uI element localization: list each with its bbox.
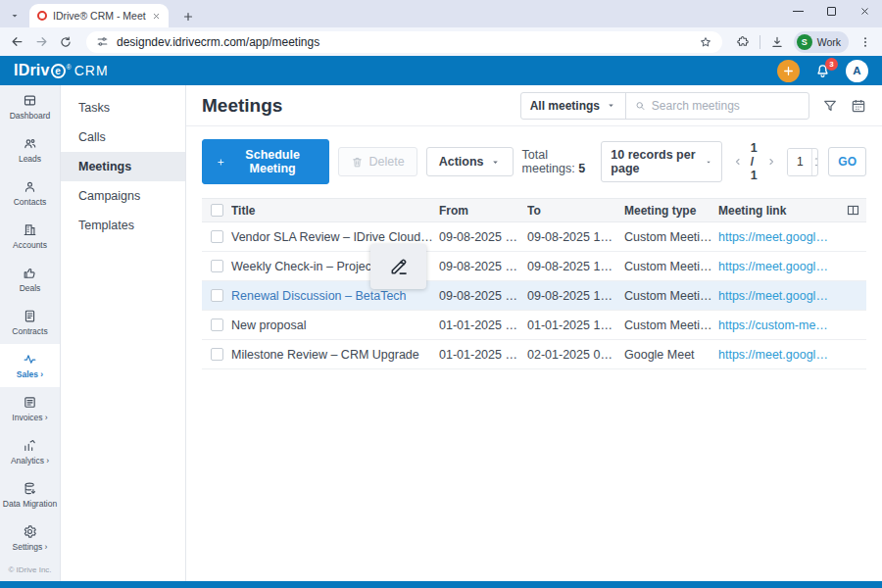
table-row[interactable]: Milestone Review – CRM Upgrade 01-01-202… (202, 340, 866, 369)
extensions-icon[interactable] (736, 35, 750, 49)
meeting-link[interactable]: https://meet.google.com/ikq-vfj... (718, 230, 839, 244)
plus-icon (217, 157, 225, 168)
column-header-to[interactable]: To (527, 204, 624, 218)
meeting-type: Custom Meeting (624, 230, 718, 244)
forward-button[interactable] (34, 34, 49, 49)
column-header-meeting-link[interactable]: Meeting link (718, 204, 839, 218)
profile-name: Work (817, 36, 841, 48)
downloads-icon[interactable] (770, 35, 784, 49)
scope-dropdown[interactable]: All meetings (521, 93, 626, 119)
sidebar-item-analytics[interactable]: Analytics › (0, 430, 60, 473)
delete-label: Delete (369, 155, 405, 169)
row-checkbox[interactable] (211, 230, 223, 243)
row-checkbox[interactable] (211, 348, 223, 361)
toolbar-divider (760, 35, 760, 49)
quick-create-button[interactable] (777, 60, 800, 82)
submenu-item-meetings[interactable]: Meetings (61, 152, 185, 181)
logo-product: CRM (74, 63, 109, 78)
search-input[interactable] (652, 99, 800, 113)
sidebar-item-deals[interactable]: Deals (0, 258, 60, 301)
back-button[interactable] (10, 34, 24, 49)
browser-profile-chip[interactable]: S Work (794, 31, 849, 53)
table-row[interactable]: Vendor SLA Review – IDrive Cloud Partner… (202, 222, 866, 252)
column-header-from[interactable]: From (439, 204, 527, 218)
sidebar-item-settings[interactable]: Settings › (0, 516, 60, 560)
dashboard-icon (23, 93, 37, 108)
window-maximize-button[interactable] (827, 7, 836, 16)
reload-button[interactable] (59, 35, 73, 49)
sidebar-item-data-migration[interactable]: Data Migration (0, 473, 60, 516)
meeting-to: 09-08-2025 17:32:00 (527, 230, 624, 244)
address-bar[interactable]: designdev.idrivecrm.com/app/meetings (86, 31, 722, 53)
profile-avatar: S (797, 34, 812, 50)
filter-icon[interactable] (822, 98, 838, 114)
row-checkbox[interactable] (211, 260, 223, 272)
sidebar-label: Dashboard (10, 111, 51, 121)
stepper-up-icon (812, 155, 818, 162)
edit-row-button[interactable] (370, 244, 426, 289)
sidebar-item-accounts[interactable]: Accounts (0, 215, 60, 258)
logo-registered-mark: ® (67, 64, 72, 71)
table-row[interactable]: Weekly Check-in – Project Atlas 09-08-20… (202, 252, 866, 281)
deals-icon (23, 266, 37, 280)
new-tab-button[interactable] (182, 11, 194, 23)
row-checkbox[interactable] (211, 318, 223, 331)
window-close-button[interactable] (859, 6, 870, 17)
app-logo[interactable]: IDriv e ® CRM (14, 62, 109, 79)
schedule-meeting-button[interactable]: Schedule Meeting (202, 139, 329, 184)
window-minimize-button[interactable] (793, 11, 804, 13)
page-number-input[interactable] (788, 149, 811, 175)
select-all-checkbox[interactable] (211, 204, 223, 217)
notifications-button[interactable]: 3 (814, 63, 831, 79)
sidebar-item-contracts[interactable]: Contracts (0, 301, 60, 344)
column-header-title[interactable]: Title (231, 204, 439, 218)
logo-text: IDriv (14, 62, 50, 79)
bookmark-star-icon[interactable] (699, 35, 712, 49)
sidebar-item-dashboard[interactable]: Dashboard (0, 85, 60, 128)
manage-columns-icon[interactable] (839, 203, 866, 218)
meeting-title[interactable]: Vendor SLA Review – IDrive Cloud Partner (231, 230, 439, 244)
submenu-item-campaigns[interactable]: Campaigns (61, 181, 185, 211)
submenu-item-tasks[interactable]: Tasks (61, 93, 185, 122)
sidebar-item-contacts[interactable]: Contacts (0, 172, 60, 215)
table-header-row: Title From To Meeting type Meeting link (202, 198, 866, 222)
next-page-button[interactable] (765, 156, 777, 168)
analytics-icon (23, 438, 37, 453)
invoices-icon (23, 395, 37, 410)
submenu-item-templates[interactable]: Templates (61, 211, 185, 240)
calendar-icon[interactable] (851, 98, 866, 114)
prev-page-button[interactable] (732, 156, 744, 168)
actions-dropdown-button[interactable]: Actions (426, 147, 514, 176)
sidebar-item-leads[interactable]: Leads (0, 128, 60, 172)
meeting-link[interactable]: https://meet.google.com/ikq-vfj... (718, 260, 839, 273)
site-favicon-icon (37, 11, 47, 21)
page-number-stepper[interactable] (811, 149, 818, 175)
sidebar-label: Contacts (14, 197, 47, 207)
table-row-hovered[interactable]: Renewal Discussion – BetaTech 09-08-2025… (202, 281, 866, 311)
meeting-link[interactable]: https://meet.google.com/ikq-vfj... (718, 289, 839, 303)
records-per-page-dropdown[interactable]: 10 records per page (601, 141, 721, 182)
meeting-title[interactable]: Milestone Review – CRM Upgrade (231, 348, 439, 362)
column-header-meeting-type[interactable]: Meeting type (624, 204, 718, 218)
meeting-link[interactable]: https://meet.google.com/jwe-k... (718, 348, 839, 362)
browser-tab[interactable]: IDrive® CRM - Meetings (29, 4, 169, 27)
meeting-link[interactable]: https://custom-meeting.com (718, 318, 839, 332)
url-text[interactable]: designdev.idrivecrm.com/app/meetings (117, 35, 691, 49)
browser-menu-icon[interactable] (858, 35, 872, 49)
go-button[interactable]: GO (828, 147, 866, 176)
row-checkbox[interactable] (211, 289, 223, 302)
delete-button[interactable]: Delete (338, 147, 417, 176)
chevron-down-icon (705, 157, 712, 168)
site-settings-icon[interactable] (96, 35, 109, 48)
notification-badge: 3 (825, 58, 838, 71)
submenu-item-calls[interactable]: Calls (61, 122, 185, 152)
total-meetings: Total meetings: 5 (522, 148, 592, 175)
user-avatar[interactable]: A (846, 60, 868, 82)
sidebar-item-invoices[interactable]: Invoices › (0, 387, 60, 430)
sidebar-item-sales[interactable]: Sales › (0, 344, 60, 387)
meeting-title[interactable]: Renewal Discussion – BetaTech (231, 289, 439, 303)
meeting-title[interactable]: New proposal (231, 318, 439, 332)
table-row[interactable]: New proposal 01-01-2025 17:00:00 01-01-2… (202, 311, 866, 340)
tab-search-icon[interactable] (9, 8, 21, 25)
tab-close-icon[interactable] (152, 12, 161, 21)
